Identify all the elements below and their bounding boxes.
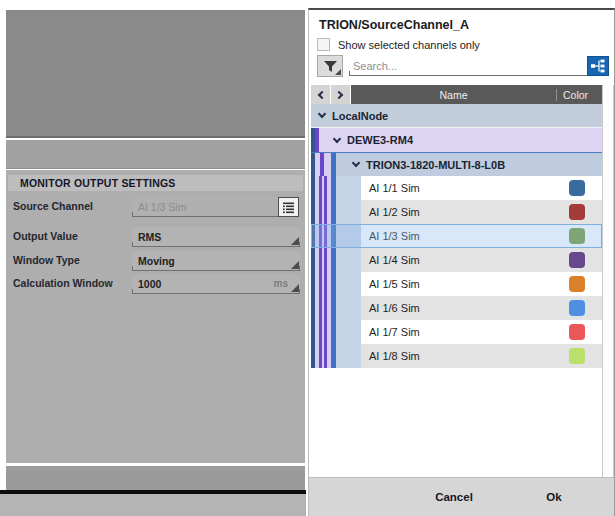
show-selected-label: Show selected channels only: [338, 39, 480, 51]
channel-tree: LocalNode DEWE3-RM4 TRION3-1820-MULTI-8-…: [311, 104, 602, 368]
indent-guide-device: [315, 153, 331, 176]
channel-row[interactable]: AI 1/2 Sim: [311, 200, 602, 224]
settings-panel-title: MONITOR OUTPUT SETTINGS: [20, 177, 176, 189]
hierarchy-icon: [591, 59, 605, 73]
corner-triangle-icon: [291, 237, 299, 245]
channel-label: AI 1/5 Sim: [369, 278, 420, 290]
ok-button[interactable]: Ok: [529, 478, 579, 516]
cancel-button[interactable]: Cancel: [414, 478, 494, 516]
channel-label: AI 1/3 Sim: [369, 230, 420, 242]
output-value-label: Output Value: [13, 230, 78, 242]
channel-row[interactable]: AI 1/1 Sim: [311, 176, 602, 200]
channel-color-chip[interactable]: [569, 300, 585, 316]
column-header-color: Color: [556, 89, 602, 101]
channel-row[interactable]: AI 1/8 Sim: [311, 344, 602, 368]
source-channel-row: Source Channel AI 1/3 Sim: [6, 197, 305, 217]
column-header-bar: Name Color: [351, 85, 602, 104]
channel-picker-button[interactable]: [278, 197, 299, 217]
dialog-title: TRION/SourceChannel_A: [319, 18, 469, 32]
scrollbar-track[interactable]: [602, 85, 614, 479]
channel-color-chip[interactable]: [569, 204, 585, 220]
unit-label: ms: [274, 278, 288, 289]
channel-label: AI 1/6 Sim: [369, 302, 420, 314]
tree-node-localnode[interactable]: LocalNode: [311, 104, 602, 128]
corner-triangle-icon: [291, 261, 299, 269]
calculation-window-input[interactable]: 1000 ms: [132, 274, 300, 294]
source-channel-field[interactable]: AI 1/3 Sim: [132, 197, 279, 217]
tree-node-device[interactable]: DEWE3-RM4: [311, 128, 602, 152]
monitor-output-settings-panel: MONITOR OUTPUT SETTINGS Source Channel A…: [6, 170, 305, 463]
indent-column: [336, 200, 361, 224]
channel-color-chip[interactable]: [569, 180, 585, 196]
indent-column: [336, 224, 361, 248]
chevron-down-icon: [352, 159, 360, 167]
column-header-name: Name: [351, 89, 556, 101]
channel-color-chip[interactable]: [569, 252, 585, 268]
channel-row[interactable]: AI 1/3 Sim: [311, 224, 602, 248]
indent-guide-device: [315, 176, 331, 200]
channel-label: AI 1/7 Sim: [369, 326, 420, 338]
tree-view-button[interactable]: [587, 56, 609, 76]
window-type-label: Window Type: [13, 254, 80, 266]
indent-column: [336, 272, 361, 296]
channel-row[interactable]: AI 1/4 Sim: [311, 248, 602, 272]
chevron-left-icon: [318, 90, 326, 98]
calculation-window-row: Calculation Window 1000 ms: [6, 274, 305, 294]
left-application-area: MONITOR OUTPUT SETTINGS Source Channel A…: [0, 0, 306, 516]
chevron-down-icon: [318, 110, 326, 118]
source-channel-label: Source Channel: [13, 200, 93, 212]
indent-column: [336, 248, 361, 272]
channel-label: AI 1/8 Sim: [369, 350, 420, 362]
corner-triangle-icon: [291, 284, 299, 292]
channel-label: AI 1/2 Sim: [369, 206, 420, 218]
window-type-dropdown[interactable]: Moving: [132, 251, 300, 271]
window-type-row: Window Type Moving: [6, 251, 305, 271]
indent-column: [336, 176, 361, 200]
indent-guide-device: [315, 272, 331, 296]
channel-label: AI 1/1 Sim: [369, 182, 420, 194]
channel-select-dialog: TRION/SourceChannel_A Show selected chan…: [308, 8, 615, 516]
output-value-row: Output Value RMS: [6, 227, 305, 247]
channel-row[interactable]: AI 1/5 Sim: [311, 272, 602, 296]
calculation-window-label: Calculation Window: [13, 277, 113, 289]
funnel-icon: [323, 60, 338, 73]
background-dark-panel: [6, 10, 305, 138]
chevron-right-icon: [335, 90, 343, 98]
indent-column: [336, 296, 361, 320]
channel-color-chip[interactable]: [569, 324, 585, 340]
channel-row[interactable]: AI 1/7 Sim: [311, 320, 602, 344]
tree-header: Name Color: [311, 85, 602, 104]
search-row: [309, 54, 614, 78]
nav-back-button[interactable]: [311, 85, 331, 104]
channel-row[interactable]: AI 1/6 Sim: [311, 296, 602, 320]
show-selected-row: Show selected channels only: [317, 38, 480, 51]
channel-color-chip[interactable]: [569, 348, 585, 364]
indent-guide-device: [315, 344, 331, 368]
channel-label: AI 1/4 Sim: [369, 254, 420, 266]
indent-column: [336, 344, 361, 368]
channel-rows: AI 1/1 Sim AI 1/2 Sim AI 1/3 Sim AI 1/4 …: [311, 176, 602, 368]
channel-color-chip[interactable]: [569, 276, 585, 292]
settings-panel-header: MONITOR OUTPUT SETTINGS: [8, 175, 303, 191]
dialog-footer: Cancel Ok: [309, 477, 614, 516]
chevron-down-icon: [333, 134, 341, 142]
background-bottom-strip: [0, 494, 306, 516]
search-input[interactable]: [349, 57, 589, 76]
output-value-dropdown[interactable]: RMS: [132, 227, 300, 247]
indent-guide-device: [315, 296, 331, 320]
tree-node-label: LocalNode: [332, 110, 388, 122]
list-icon: [282, 201, 295, 214]
screen: MONITOR OUTPUT SETTINGS Source Channel A…: [0, 0, 615, 516]
show-selected-checkbox[interactable]: [317, 38, 330, 51]
indent-guide-device: [315, 320, 331, 344]
tree-node-module[interactable]: TRION3-1820-MULTI-8-L0B: [311, 152, 602, 176]
nav-forward-button[interactable]: [331, 85, 351, 104]
filter-button[interactable]: [317, 55, 343, 77]
indent-guide-device: [315, 248, 331, 272]
tree-node-label: DEWE3-RM4: [347, 134, 413, 146]
background-band: [6, 140, 305, 169]
indent-column: [336, 320, 361, 344]
tree-node-label: TRION3-1820-MULTI-8-L0B: [366, 159, 505, 171]
search-field: [349, 56, 589, 76]
channel-color-chip[interactable]: [569, 228, 585, 244]
